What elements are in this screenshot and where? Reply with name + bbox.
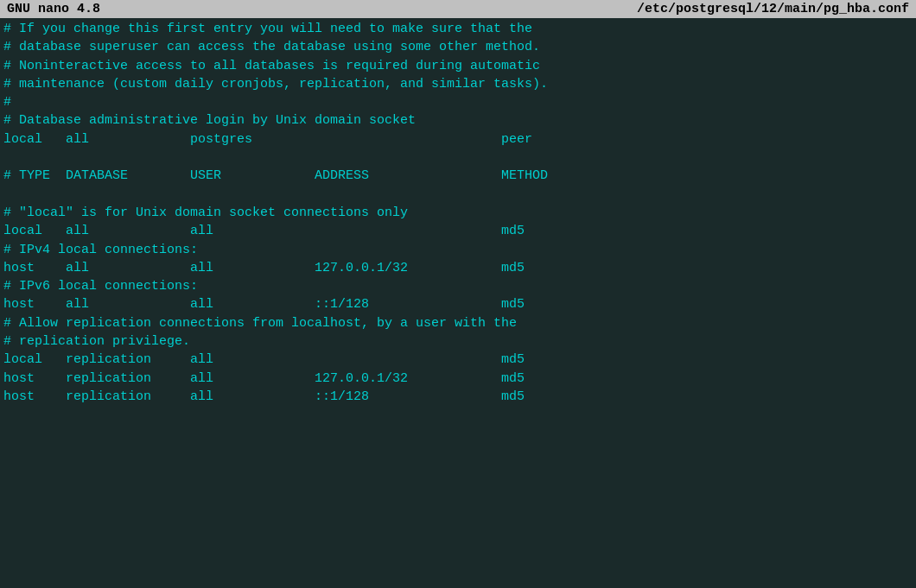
- editor-line: [3, 186, 913, 204]
- editor-line: host replication all ::1/128 md5: [3, 388, 913, 406]
- editor-line: # replication privilege.: [3, 332, 913, 351]
- editor-line: # Database administrative login by Unix …: [3, 111, 913, 130]
- editor-line: local all all md5: [3, 222, 913, 240]
- app-title: GNU nano 4.8: [7, 2, 100, 16]
- editor-line: # Allow replication connections from loc…: [3, 314, 913, 332]
- editor-line: host all all 127.0.0.1/32 md5: [3, 259, 913, 277]
- editor-line: # TYPE DATABASE USER ADDRESS METHOD: [3, 167, 913, 185]
- editor-line: # IPv4 local connections:: [3, 241, 913, 259]
- editor-line: # IPv6 local connections:: [3, 277, 913, 295]
- editor-content[interactable]: # If you change this first entry you wil…: [0, 18, 916, 588]
- title-bar: GNU nano 4.8 /etc/postgresql/12/main/pg_…: [0, 0, 916, 18]
- editor-line: local all postgres peer: [3, 130, 913, 149]
- editor-line: host replication all 127.0.0.1/32 md5: [3, 370, 913, 388]
- editor-line: # database superuser can access the data…: [3, 38, 913, 56]
- editor-line: # If you change this first entry you wil…: [3, 20, 913, 38]
- editor-line: # maintenance (custom daily cronjobs, re…: [3, 75, 913, 93]
- terminal-window: GNU nano 4.8 /etc/postgresql/12/main/pg_…: [0, 0, 916, 588]
- editor-line: [3, 149, 913, 167]
- editor-line: # "local" is for Unix domain socket conn…: [3, 204, 913, 222]
- editor-line: host all all ::1/128 md5: [3, 295, 913, 313]
- editor-line: #: [3, 93, 913, 111]
- editor-line: # Noninteractive access to all databases…: [3, 57, 913, 75]
- editor-line: local replication all md5: [3, 351, 913, 369]
- file-path: /etc/postgresql/12/main/pg_hba.conf: [637, 2, 909, 16]
